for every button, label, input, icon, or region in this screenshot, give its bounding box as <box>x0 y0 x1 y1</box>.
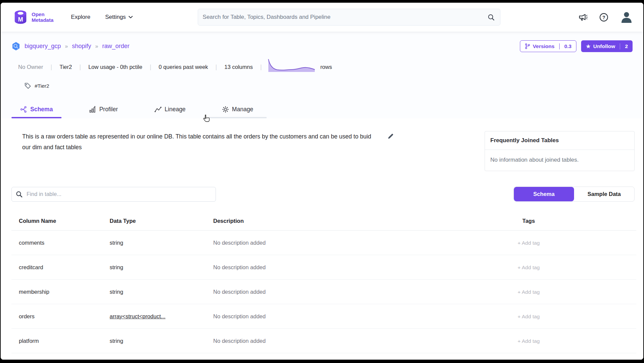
data-type-cell: string <box>106 289 209 295</box>
table-row: membership string No description added +… <box>11 280 636 304</box>
data-type-expand-link[interactable]: array<struct<product... <box>110 313 165 319</box>
columns-table-header: Column Name Data Type Description Tags <box>11 212 636 231</box>
description-cell: No description added <box>209 338 421 344</box>
description-cell: No description added <box>209 313 421 320</box>
description-cell: No description added <box>209 289 421 295</box>
tags-row: #Tier2 <box>24 82 633 89</box>
app-header: M Open Metadata Explore Settings <box>1 3 643 32</box>
breadcrumb-separator: » <box>65 43 68 49</box>
description-cell: No description added <box>209 264 421 271</box>
nav-explore[interactable]: Explore <box>71 14 90 21</box>
table-description: This is a raw orders table as represente… <box>22 131 380 153</box>
global-search <box>198 9 500 26</box>
add-tag-button[interactable]: + Add tag <box>518 338 540 344</box>
entity-meta: No Owner | Tier2 | Low usage - 0th pctil… <box>18 59 633 74</box>
columns-count-label: 13 columns <box>217 64 260 70</box>
column-name-cell: orders <box>11 313 106 320</box>
owner-label: No Owner <box>18 64 50 70</box>
joined-tables-title: Frequently Joined Tables <box>485 131 634 150</box>
chevron-down-icon <box>128 16 133 18</box>
view-toggle: Schema Sample Data <box>514 187 635 202</box>
table-row-partial <box>11 353 636 360</box>
breadcrumb-database[interactable]: shopify <box>72 43 91 50</box>
table-row: orders array<struct<product... No descri… <box>11 304 636 329</box>
add-tag-button[interactable]: + Add tag <box>518 265 540 270</box>
header-column-name: Column Name <box>11 218 106 224</box>
rows-sparkline-chart <box>268 58 318 73</box>
breadcrumb-separator: » <box>95 43 98 49</box>
followers-count: 2 <box>620 43 633 49</box>
toggle-sample-data[interactable]: Sample Data <box>574 187 634 201</box>
edit-description-icon[interactable] <box>387 133 394 139</box>
column-name-cell: comments <box>11 240 106 246</box>
gear-icon <box>222 106 229 113</box>
find-in-table-input[interactable] <box>27 191 212 197</box>
joined-tables-empty-text: No information about joined tables. <box>485 150 634 171</box>
user-avatar[interactable] <box>620 10 633 24</box>
find-in-table <box>11 187 216 202</box>
find-search-icon <box>16 191 23 198</box>
table-row: platform string No description added + A… <box>11 329 636 353</box>
column-name-cell: membership <box>11 289 106 295</box>
table-row: comments string No description added + A… <box>11 231 636 255</box>
breadcrumb-service[interactable]: bigquery_gcp <box>25 43 61 50</box>
mouse-cursor <box>202 114 211 124</box>
column-name-cell: creditcard <box>11 264 106 271</box>
tag-icon <box>24 82 31 89</box>
star-icon: ★ <box>586 44 590 49</box>
frequently-joined-tables-card: Frequently Joined Tables No information … <box>485 131 635 171</box>
add-tag-button[interactable]: + Add tag <box>518 289 540 295</box>
profiler-icon <box>89 106 96 113</box>
brand-logo[interactable]: M Open Metadata <box>13 9 53 25</box>
tab-lineage[interactable]: Lineage <box>146 106 194 118</box>
openmetadata-logo-icon: M <box>13 9 28 25</box>
tier-label: Tier2 <box>52 64 79 70</box>
data-type-cell: string <box>106 338 209 344</box>
schema-icon <box>20 106 27 113</box>
branch-icon <box>525 43 530 49</box>
schema-content: This is a raw orders table as represente… <box>1 118 643 360</box>
help-icon[interactable]: ? <box>599 13 608 22</box>
app-window: M Open Metadata Explore Settings <box>1 3 643 360</box>
header-tags: Tags <box>421 218 636 224</box>
lineage-icon <box>154 106 162 113</box>
toggle-schema[interactable]: Schema <box>514 187 574 201</box>
svg-text:M: M <box>18 16 23 23</box>
usage-label: Low usage - 0th pctile <box>81 64 150 70</box>
add-tag-button[interactable]: + Add tag <box>518 314 540 319</box>
breadcrumb: bigquery_gcp » shopify » raw_order <box>11 42 129 51</box>
announcements-icon[interactable] <box>578 13 588 22</box>
tab-schema[interactable]: Schema <box>11 106 62 118</box>
tier-tag[interactable]: #Tier2 <box>35 83 49 89</box>
svg-text:?: ? <box>602 14 605 20</box>
entity-header: bigquery_gcp » shopify » raw_order <box>1 32 643 89</box>
nav-settings[interactable]: Settings <box>105 14 133 21</box>
description-cell: No description added <box>209 240 421 246</box>
queries-label: 0 queries past week <box>151 64 216 70</box>
data-type-cell: string <box>106 264 209 271</box>
entity-tabs: Schema Profiler Lineage <box>1 99 643 118</box>
column-name-cell: platform <box>11 338 106 344</box>
unfollow-button[interactable]: ★ Unfollow 2 <box>581 40 633 52</box>
tab-manage[interactable]: Manage <box>213 106 262 118</box>
versions-button[interactable]: Versions 0.3 <box>520 40 576 52</box>
bigquery-service-icon <box>11 42 21 51</box>
table-row: creditcard string No description added +… <box>11 255 636 280</box>
search-icon[interactable] <box>488 14 495 21</box>
rows-label: rows <box>320 64 332 70</box>
global-search-input[interactable] <box>203 14 488 21</box>
data-type-cell: string <box>106 240 209 246</box>
version-number: 0.3 <box>559 43 576 49</box>
columns-table: Column Name Data Type Description Tags c… <box>11 212 636 360</box>
header-description: Description <box>209 218 421 224</box>
tab-profiler[interactable]: Profiler <box>80 106 126 118</box>
breadcrumb-table[interactable]: raw_order <box>102 43 129 50</box>
primary-nav: Explore Settings <box>71 14 133 21</box>
header-data-type: Data Type <box>106 218 209 224</box>
brand-name: Open Metadata <box>32 11 53 23</box>
add-tag-button[interactable]: + Add tag <box>518 240 540 246</box>
